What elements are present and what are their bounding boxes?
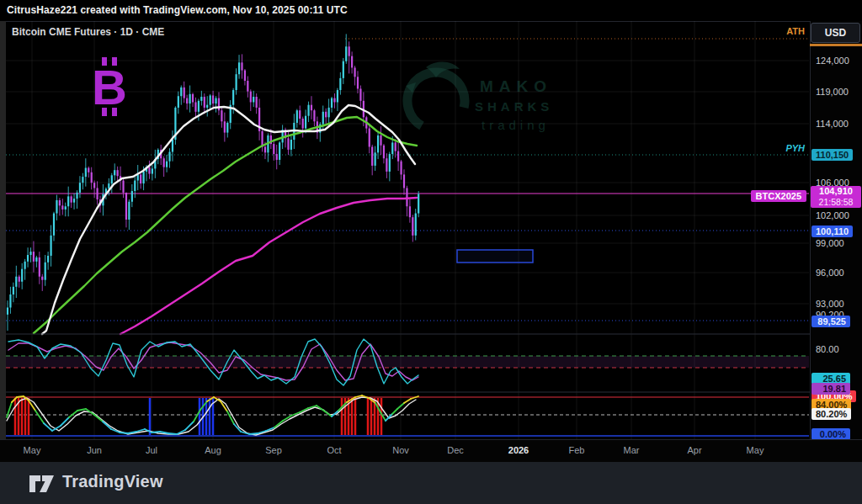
time-axis-label: Jul: [146, 445, 157, 455]
candle-body: [134, 181, 136, 192]
osc-multicolor-line: [17, 396, 24, 397]
mako-sharks-watermark: MAKO SHARKS trading: [394, 56, 588, 148]
candle-body: [131, 191, 133, 202]
candle-body: [226, 123, 228, 133]
candle-body: [47, 256, 49, 263]
candle-body: [152, 168, 153, 173]
time-axis-label: May: [747, 445, 764, 455]
candle-body: [296, 110, 298, 123]
price-axis-label: 99,000: [816, 238, 844, 248]
candle-body: [232, 90, 234, 105]
time-axis-label: Dec: [447, 445, 464, 455]
price-axis-badge: 89,525: [811, 316, 850, 327]
signal-bar-blue: [149, 398, 152, 435]
candle-body: [403, 174, 405, 188]
last-price-badge: 104,910 21:58:58: [811, 186, 861, 208]
candle-body: [88, 168, 89, 172]
candle-body: [273, 144, 274, 154]
tradingview-window: CitrusHaze221 created with TradingView.c…: [0, 0, 862, 504]
candle-body: [21, 269, 23, 282]
candle-body: [279, 142, 280, 160]
price-axis-label: 80.00: [816, 344, 839, 354]
candle-body: [7, 307, 8, 314]
last-price-value: 104,910: [811, 186, 861, 197]
candle-body: [125, 193, 127, 220]
signal-bar-red: [351, 398, 354, 435]
candle-body: [178, 96, 179, 108]
signal-bar-red: [28, 398, 30, 435]
signal-bar-red: [21, 398, 24, 435]
candle-body: [247, 81, 248, 92]
candle-body: [345, 46, 347, 61]
time-axis[interactable]: MayJunJulAugSepOctNovDec2026FebMarAprMay: [0, 439, 862, 463]
candle-body: [33, 252, 35, 262]
candle-body: [59, 200, 61, 205]
watermark-line1: MAKO: [480, 77, 552, 96]
price-scale[interactable]: 124,000119,000114,000106,000102,00099,00…: [810, 21, 862, 439]
candle-body: [256, 97, 258, 108]
candle-body: [236, 74, 237, 90]
candle-body: [194, 102, 196, 111]
bitcoin-logo-watermark: B: [85, 57, 136, 116]
candle-body: [45, 263, 46, 280]
candle-body: [122, 181, 124, 193]
osc-multicolor-line: [61, 417, 69, 426]
candle-body: [359, 88, 361, 100]
candle-body: [128, 202, 130, 220]
candle-body: [215, 98, 216, 103]
candle-body: [91, 172, 93, 183]
candle-body: [93, 183, 95, 188]
tradingview-brand-text[interactable]: TradingView: [62, 472, 163, 491]
candle-body: [397, 151, 399, 162]
shark-logo-icon: [394, 57, 478, 141]
candle-body: [412, 217, 413, 236]
candle-body: [290, 140, 292, 150]
price-axis-label: 102,000: [816, 210, 849, 220]
candle-body: [172, 140, 173, 151]
candle-body: [27, 255, 29, 262]
symbol-badge: BTCX2025: [751, 190, 806, 202]
chart-legend-title[interactable]: Bitcoin CME Futures · 1D · CME: [12, 26, 164, 38]
candle-body: [302, 119, 304, 129]
ath-level-label: ATH: [786, 26, 805, 36]
signal-bar-blue: [199, 398, 201, 435]
signal-bar-red: [14, 398, 17, 435]
candle-body: [73, 199, 75, 203]
pyh-level-label: PYH: [785, 143, 805, 153]
tradingview-logo-icon[interactable]: [29, 473, 56, 495]
candle-body: [140, 174, 141, 183]
time-axis-label: Oct: [327, 445, 341, 455]
candle-body: [313, 110, 315, 121]
candle-body: [241, 62, 242, 70]
osc-multicolor-line: [44, 423, 52, 431]
candle-body: [29, 252, 31, 255]
candle-body: [224, 121, 226, 132]
time-axis-label: Sep: [265, 445, 282, 455]
candle-body: [111, 175, 113, 183]
currency-toggle-button[interactable]: USD: [811, 23, 860, 43]
candle-body: [409, 206, 411, 217]
candle-body: [39, 257, 40, 277]
candle-body: [253, 97, 254, 102]
osc-multicolor-line: [152, 432, 160, 432]
candle-body: [339, 78, 341, 90]
osc-multicolor-line: [168, 433, 177, 434]
candle-body: [305, 116, 306, 129]
collapsed-toolbar-strip[interactable]: [0, 21, 6, 439]
signal-bar-red: [24, 398, 27, 435]
watermark-line2: SHARKS: [475, 99, 553, 114]
price-axis-label: 93,000: [816, 299, 844, 309]
time-axis-label: Mar: [624, 445, 640, 455]
candle-body: [383, 146, 385, 158]
time-axis-label: Jun: [87, 445, 102, 455]
drawing-rectangle[interactable]: [457, 250, 533, 263]
candle-body: [19, 277, 20, 282]
candle-body: [180, 88, 182, 96]
candle-body: [377, 135, 379, 152]
candle-body: [357, 77, 359, 88]
candle-body: [325, 112, 327, 118]
candle-body: [114, 170, 115, 175]
signal-bar-blue: [209, 398, 211, 435]
price-axis-badge: 100,110: [811, 225, 853, 237]
candle-body: [71, 196, 72, 202]
